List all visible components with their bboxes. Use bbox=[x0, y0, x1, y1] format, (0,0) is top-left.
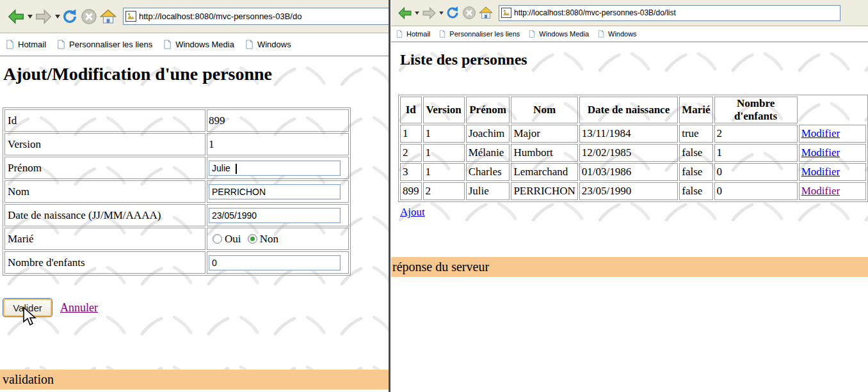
persons-list-table: Id Version Prénom Nom Date de naissance … bbox=[398, 95, 868, 202]
stop-button[interactable] bbox=[80, 8, 98, 26]
links-bar: Hotmail Personnaliser les liens Windows … bbox=[391, 26, 868, 42]
cell-prenom: Charles bbox=[466, 163, 510, 181]
back-icon bbox=[6, 7, 26, 26]
cell-marie: false bbox=[679, 144, 712, 162]
cell-nom: Major bbox=[511, 125, 577, 143]
back-dropdown[interactable] bbox=[27, 15, 33, 19]
refresh-button[interactable] bbox=[61, 8, 79, 26]
col-header-nom: Nom bbox=[511, 97, 577, 123]
cell-enfants: 0 bbox=[714, 163, 798, 181]
col-header-id: Id bbox=[400, 97, 422, 123]
url-text[interactable]: http://localhost:8080/mvc-personnes-03B/… bbox=[514, 8, 676, 17]
cell-version: 1 bbox=[423, 163, 465, 181]
form-row-date-naissance: Date de naissance (JJ/MM/AAAA) bbox=[4, 204, 349, 226]
page-icon bbox=[163, 40, 172, 49]
nombre-enfants-input[interactable] bbox=[209, 255, 341, 270]
back-button[interactable] bbox=[396, 5, 414, 21]
address-bar[interactable]: http://localhost:8080/mvc-personnes-03B/… bbox=[123, 8, 389, 25]
home-button[interactable] bbox=[99, 8, 117, 26]
chevron-down-icon bbox=[415, 12, 419, 15]
cell-marie: false bbox=[679, 182, 712, 200]
back-icon bbox=[396, 5, 414, 21]
annuler-link[interactable]: Annuler bbox=[60, 301, 98, 315]
links-bar-item-hotmail[interactable]: Hotmail bbox=[396, 30, 430, 38]
id-value: 899 bbox=[207, 109, 349, 132]
stop-icon bbox=[462, 5, 477, 20]
table-row: 899 2 Julie PERRICHON 23/05/1990 false 0… bbox=[400, 182, 866, 200]
links-bar-item-windows-media[interactable]: Windows Media bbox=[163, 40, 234, 49]
refresh-button[interactable] bbox=[445, 5, 460, 20]
forward-button[interactable] bbox=[421, 5, 438, 21]
annotation-text: validation bbox=[3, 372, 54, 386]
cell-version: 2 bbox=[423, 182, 465, 200]
annotation-text: réponse du serveur bbox=[392, 260, 489, 274]
form-row-prenom: Prénom bbox=[4, 157, 349, 179]
links-bar-label: Windows Media bbox=[539, 30, 589, 38]
address-bar[interactable]: http://localhost:8080/mvc-personnes-03B/… bbox=[499, 5, 840, 21]
field-label: Nom bbox=[4, 180, 205, 203]
valider-button[interactable]: Valider bbox=[3, 298, 52, 317]
forward-dropdown[interactable] bbox=[438, 12, 444, 15]
form-row-marie: Marié Oui Non bbox=[4, 228, 349, 250]
col-header-date: Date de naissance bbox=[579, 97, 678, 123]
browser-toolbar: http://localhost:8080/mvc-personnes-03B/… bbox=[391, 0, 868, 26]
table-row: 3 1 Charles Lemarchand 01/03/1986 false … bbox=[400, 163, 866, 181]
links-bar-item-personnaliser[interactable]: Personnaliser les liens bbox=[56, 40, 152, 49]
cell-date: 01/03/1986 bbox=[579, 163, 678, 181]
modifier-link[interactable]: Modifier bbox=[801, 185, 840, 197]
page-icon bbox=[56, 40, 66, 49]
marie-non-label: Non bbox=[260, 233, 278, 245]
marie-oui-label: Oui bbox=[225, 233, 241, 245]
cell-id: 899 bbox=[400, 182, 422, 200]
chevron-down-icon bbox=[55, 15, 60, 19]
home-button[interactable] bbox=[478, 5, 494, 20]
forward-icon bbox=[33, 7, 54, 26]
screenshot-root: http://localhost:8080/mvc-personnes-03B/… bbox=[0, 0, 868, 392]
form-row-version: Version 1 bbox=[4, 133, 349, 155]
col-header-prenom: Prénom bbox=[466, 97, 510, 123]
modifier-link[interactable]: Modifier bbox=[801, 146, 840, 159]
forward-dropdown[interactable] bbox=[54, 15, 60, 19]
back-button[interactable] bbox=[6, 7, 26, 26]
cell-date: 13/11/1984 bbox=[579, 125, 678, 143]
field-label: Marié bbox=[4, 228, 205, 250]
field-label: Id bbox=[4, 109, 205, 132]
nom-input[interactable] bbox=[209, 184, 341, 200]
links-bar-item-windows-media[interactable]: Windows Media bbox=[528, 30, 589, 38]
ajout-link[interactable]: Ajout bbox=[400, 206, 425, 219]
refresh-icon bbox=[61, 8, 79, 26]
browser-window-form: http://localhost:8080/mvc-personnes-03B/… bbox=[0, 0, 389, 392]
cell-prenom: Julie bbox=[466, 182, 510, 200]
modifier-link[interactable]: Modifier bbox=[801, 127, 840, 139]
page-title: Ajout/Modification d'une personne bbox=[3, 64, 272, 84]
forward-button[interactable] bbox=[33, 7, 54, 26]
cell-nom: PERRICHON bbox=[511, 182, 577, 200]
links-bar-item-personnaliser[interactable]: Personnaliser les liens bbox=[438, 30, 520, 38]
links-bar-label: Hotmail bbox=[18, 40, 46, 49]
cell-id: 1 bbox=[400, 125, 422, 143]
links-bar-item-windows[interactable]: Windows bbox=[597, 30, 637, 38]
field-label: Date de naissance (JJ/MM/AAAA) bbox=[4, 204, 205, 226]
stop-button[interactable] bbox=[462, 5, 477, 20]
back-dropdown[interactable] bbox=[414, 12, 420, 15]
col-header-marie: Marié bbox=[679, 97, 712, 123]
prenom-input[interactable] bbox=[209, 161, 341, 176]
cell-marie: false bbox=[679, 163, 712, 181]
field-label: Nombre d'enfants bbox=[4, 251, 205, 274]
text-caret bbox=[236, 164, 237, 174]
url-text[interactable]: http://localhost:8080/mvc-personnes-03B/… bbox=[139, 12, 301, 21]
links-bar-item-windows[interactable]: Windows bbox=[245, 40, 291, 49]
form-row-nom: Nom bbox=[4, 180, 349, 203]
col-header-enfants: Nombre d'enfants bbox=[714, 97, 798, 123]
cell-nom: Humbort bbox=[511, 144, 577, 162]
links-bar-item-hotmail[interactable]: Hotmail bbox=[5, 40, 46, 49]
marie-non-radio[interactable] bbox=[248, 234, 257, 244]
form-row-id: Id 899 bbox=[4, 109, 349, 132]
modifier-link[interactable]: Modifier bbox=[801, 166, 840, 178]
date-naissance-input[interactable] bbox=[209, 208, 341, 223]
marie-oui-radio[interactable] bbox=[213, 234, 222, 244]
forward-icon bbox=[421, 5, 438, 21]
cell-prenom: Joachim bbox=[466, 125, 510, 143]
page-icon bbox=[396, 30, 403, 38]
links-bar-label: Windows bbox=[608, 30, 637, 38]
